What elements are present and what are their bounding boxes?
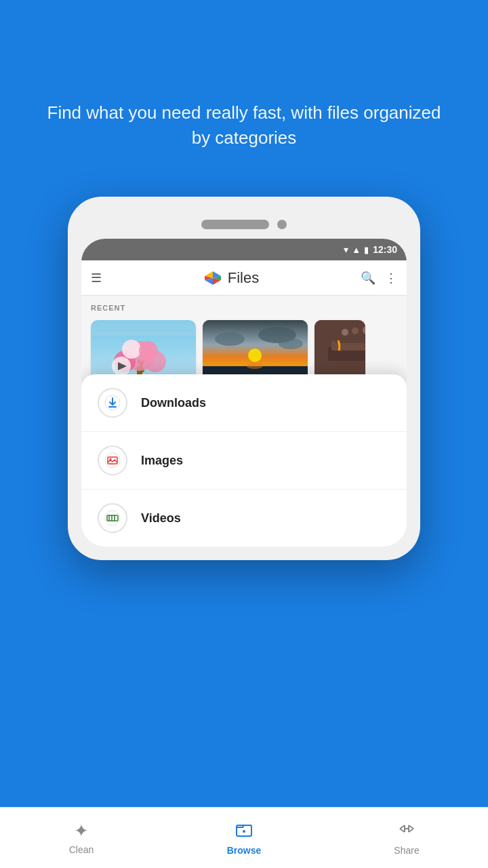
category-item-images[interactable]: Images: [81, 432, 407, 490]
svg-point-22: [248, 349, 262, 362]
images-icon: [104, 452, 121, 469]
share-icon: [398, 820, 415, 842]
status-time: 12:30: [373, 244, 397, 255]
phone-mockup: ▾ ▲ ▮ 12:30 ☰ Files: [68, 197, 420, 560]
app-content: RECENT: [81, 296, 407, 547]
share-label: Share: [394, 845, 419, 856]
videos-icon: [104, 510, 121, 526]
category-item-videos[interactable]: Videos: [81, 490, 407, 547]
downloads-icon-circle: [98, 388, 127, 418]
app-toolbar: ☰ Files 🔍 ⋮: [81, 260, 407, 296]
svg-point-25: [279, 338, 303, 349]
phone-speaker: [201, 220, 269, 229]
nav-item-browse[interactable]: Browse: [163, 820, 325, 856]
hamburger-button[interactable]: ☰: [91, 271, 102, 285]
food-img: [314, 320, 365, 381]
clean-label: Clean: [69, 844, 94, 855]
categories-panel: Downloads Images: [81, 374, 407, 547]
page-subtitle: Find what you need really fast, with fil…: [41, 100, 447, 150]
bottom-nav: ✦ Clean Browse Share: [0, 807, 488, 868]
app-title: Files: [228, 269, 259, 287]
images-label: Images: [141, 454, 183, 468]
browse-label: Browse: [227, 845, 262, 856]
svg-point-27: [247, 363, 263, 369]
status-icons: ▾ ▲ ▮: [344, 244, 369, 255]
downloads-label: Downloads: [141, 396, 206, 410]
wifi-icon: ▾: [344, 244, 348, 255]
recent-section-label: RECENT: [81, 296, 407, 316]
category-item-downloads[interactable]: Downloads: [81, 374, 407, 432]
toolbar-actions: 🔍 ⋮: [361, 271, 397, 285]
phone-bezel-top: [81, 210, 407, 239]
svg-point-15: [122, 340, 141, 359]
search-button[interactable]: 🔍: [361, 271, 375, 285]
svg-point-48: [243, 830, 245, 833]
downloads-icon: [104, 395, 121, 411]
camera-sunset-img: [203, 320, 308, 381]
battery-icon: ▮: [364, 245, 369, 255]
clean-icon: ✦: [74, 821, 89, 842]
images-icon-circle: [98, 446, 127, 475]
app-logo: [203, 269, 222, 288]
svg-point-33: [352, 328, 359, 334]
status-bar: ▾ ▲ ▮ 12:30: [81, 239, 407, 260]
videos-label: Videos: [141, 511, 181, 526]
app-title-area: Files: [102, 269, 361, 288]
phone-screen: ▾ ▲ ▮ 12:30 ☰ Files: [81, 239, 407, 547]
signal-icon: ▲: [352, 245, 361, 255]
more-button[interactable]: ⋮: [385, 271, 397, 285]
file-thumb-camera: [203, 320, 308, 381]
file-thumb-screen: [314, 320, 365, 381]
browse-icon: [235, 820, 253, 842]
nav-item-share[interactable]: Share: [325, 820, 488, 856]
svg-point-23: [215, 332, 245, 346]
videos-icon-circle: [98, 503, 127, 533]
nav-item-clean[interactable]: ✦ Clean: [0, 821, 163, 855]
phone-camera: [277, 220, 287, 229]
svg-point-32: [342, 329, 348, 336]
svg-point-16: [139, 341, 158, 360]
